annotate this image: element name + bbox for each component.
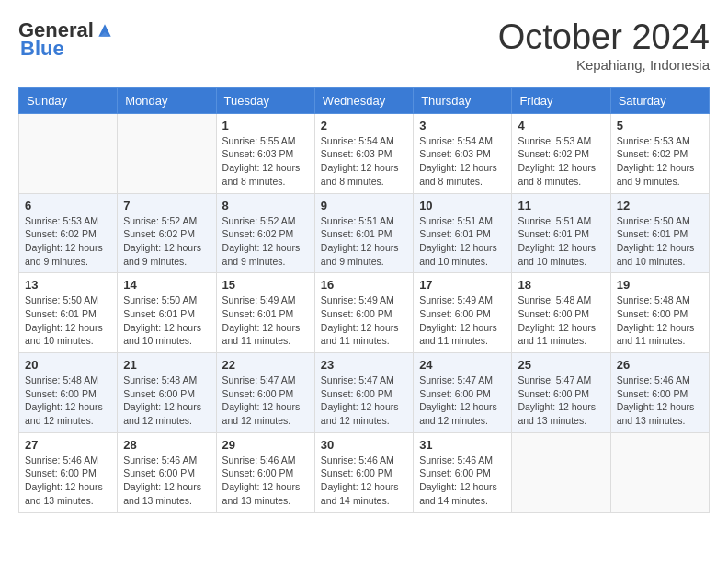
sunrise-text: Sunrise: 5:46 AM <box>25 454 111 467</box>
sunset-text: Sunset: 6:00 PM <box>518 307 604 321</box>
daylight-text: Daylight: 12 hours and 13 minutes. <box>123 480 210 507</box>
day-info: Sunrise: 5:47 AMSunset: 6:00 PMDaylight:… <box>518 373 604 428</box>
sunset-text: Sunset: 6:02 PM <box>518 147 604 161</box>
daylight-text: Daylight: 12 hours and 10 minutes. <box>25 321 111 348</box>
calendar-cell: 5Sunrise: 5:53 AMSunset: 6:02 PMDaylight… <box>610 113 709 193</box>
sunset-text: Sunset: 6:00 PM <box>617 307 703 321</box>
calendar-cell <box>118 113 216 193</box>
header-friday: Friday <box>512 87 610 113</box>
day-number: 15 <box>222 278 309 292</box>
calendar-cell: 30Sunrise: 5:46 AMSunset: 6:00 PMDayligh… <box>314 432 413 512</box>
sunrise-text: Sunrise: 5:48 AM <box>617 293 703 307</box>
day-info: Sunrise: 5:55 AMSunset: 6:03 PMDaylight:… <box>222 134 309 189</box>
daylight-text: Daylight: 12 hours and 12 minutes. <box>321 400 407 427</box>
calendar-cell: 9Sunrise: 5:51 AMSunset: 6:01 PMDaylight… <box>314 193 413 273</box>
calendar-week-row: 27Sunrise: 5:46 AMSunset: 6:00 PMDayligh… <box>19 432 710 512</box>
sunset-text: Sunset: 6:00 PM <box>419 387 506 401</box>
sunrise-text: Sunrise: 5:47 AM <box>321 373 407 387</box>
day-number: 8 <box>222 199 309 213</box>
day-number: 22 <box>222 358 309 372</box>
sunset-text: Sunset: 6:00 PM <box>321 466 407 480</box>
day-number: 16 <box>321 278 407 292</box>
sunrise-text: Sunrise: 5:46 AM <box>419 454 506 467</box>
sunrise-text: Sunrise: 5:50 AM <box>25 293 111 307</box>
daylight-text: Daylight: 12 hours and 8 minutes. <box>222 161 309 188</box>
day-number: 18 <box>518 278 604 292</box>
day-number: 14 <box>123 278 210 292</box>
sunset-text: Sunset: 6:01 PM <box>518 227 604 241</box>
daylight-text: Daylight: 12 hours and 10 minutes. <box>518 241 604 268</box>
logo-icon <box>96 21 114 40</box>
sunset-text: Sunset: 6:00 PM <box>123 387 210 401</box>
sunset-text: Sunset: 6:00 PM <box>222 387 309 401</box>
calendar-cell: 8Sunrise: 5:52 AMSunset: 6:02 PMDaylight… <box>216 193 314 273</box>
day-number: 26 <box>617 358 703 372</box>
sunset-text: Sunset: 6:02 PM <box>222 227 309 241</box>
daylight-text: Daylight: 12 hours and 9 minutes. <box>222 241 309 268</box>
day-number: 3 <box>419 119 506 132</box>
calendar-cell: 11Sunrise: 5:51 AMSunset: 6:01 PMDayligh… <box>512 193 610 273</box>
sunset-text: Sunset: 6:00 PM <box>419 307 506 321</box>
sunrise-text: Sunrise: 5:47 AM <box>222 373 309 387</box>
logo-blue: Blue <box>20 37 64 61</box>
day-number: 25 <box>518 358 604 372</box>
sunset-text: Sunset: 6:00 PM <box>25 387 111 401</box>
day-info: Sunrise: 5:52 AMSunset: 6:02 PMDaylight:… <box>123 214 210 269</box>
day-info: Sunrise: 5:49 AMSunset: 6:00 PMDaylight:… <box>321 293 407 348</box>
calendar-cell: 21Sunrise: 5:48 AMSunset: 6:00 PMDayligh… <box>118 353 216 433</box>
header-saturday: Saturday <box>610 87 709 113</box>
sunrise-text: Sunrise: 5:48 AM <box>25 373 111 387</box>
sunrise-text: Sunrise: 5:52 AM <box>222 214 309 228</box>
daylight-text: Daylight: 12 hours and 8 minutes. <box>419 161 506 188</box>
location: Kepahiang, Indonesia <box>498 57 710 73</box>
calendar-cell: 7Sunrise: 5:52 AMSunset: 6:02 PMDaylight… <box>118 193 216 273</box>
sunrise-text: Sunrise: 5:46 AM <box>321 454 407 467</box>
sunset-text: Sunset: 6:00 PM <box>321 387 407 401</box>
calendar-cell: 13Sunrise: 5:50 AMSunset: 6:01 PMDayligh… <box>19 273 118 353</box>
calendar-cell: 16Sunrise: 5:49 AMSunset: 6:00 PMDayligh… <box>314 273 413 353</box>
sunset-text: Sunset: 6:02 PM <box>123 227 210 241</box>
calendar-cell: 19Sunrise: 5:48 AMSunset: 6:00 PMDayligh… <box>610 273 709 353</box>
day-info: Sunrise: 5:47 AMSunset: 6:00 PMDaylight:… <box>222 373 309 428</box>
calendar-cell: 29Sunrise: 5:46 AMSunset: 6:00 PMDayligh… <box>216 432 314 512</box>
header-tuesday: Tuesday <box>216 87 314 113</box>
day-info: Sunrise: 5:48 AMSunset: 6:00 PMDaylight:… <box>617 293 703 348</box>
calendar-cell: 14Sunrise: 5:50 AMSunset: 6:01 PMDayligh… <box>118 273 216 353</box>
sunrise-text: Sunrise: 5:48 AM <box>518 293 604 307</box>
sunset-text: Sunset: 6:00 PM <box>123 466 210 480</box>
sunset-text: Sunset: 6:00 PM <box>419 466 506 480</box>
sunset-text: Sunset: 6:01 PM <box>25 307 111 321</box>
daylight-text: Daylight: 12 hours and 10 minutes. <box>419 241 506 268</box>
calendar-cell: 24Sunrise: 5:47 AMSunset: 6:00 PMDayligh… <box>414 353 512 433</box>
daylight-text: Daylight: 12 hours and 11 minutes. <box>518 321 604 348</box>
sunrise-text: Sunrise: 5:52 AM <box>123 214 210 228</box>
day-info: Sunrise: 5:47 AMSunset: 6:00 PMDaylight:… <box>419 373 506 428</box>
day-info: Sunrise: 5:48 AMSunset: 6:00 PMDaylight:… <box>25 373 111 428</box>
sunset-text: Sunset: 6:01 PM <box>123 307 210 321</box>
sunrise-text: Sunrise: 5:51 AM <box>518 214 604 228</box>
daylight-text: Daylight: 12 hours and 12 minutes. <box>25 400 111 427</box>
calendar-cell: 12Sunrise: 5:50 AMSunset: 6:01 PMDayligh… <box>610 193 709 273</box>
day-number: 20 <box>25 358 111 372</box>
day-info: Sunrise: 5:54 AMSunset: 6:03 PMDaylight:… <box>419 134 506 189</box>
day-number: 21 <box>123 358 210 372</box>
day-info: Sunrise: 5:53 AMSunset: 6:02 PMDaylight:… <box>617 134 703 189</box>
logo: General Blue <box>18 18 114 61</box>
calendar-cell: 17Sunrise: 5:49 AMSunset: 6:00 PMDayligh… <box>414 273 512 353</box>
sunset-text: Sunset: 6:03 PM <box>419 147 506 161</box>
day-number: 7 <box>123 199 210 213</box>
day-info: Sunrise: 5:46 AMSunset: 6:00 PMDaylight:… <box>222 454 309 508</box>
daylight-text: Daylight: 12 hours and 13 minutes. <box>25 480 111 507</box>
day-number: 9 <box>321 199 407 213</box>
daylight-text: Daylight: 12 hours and 14 minutes. <box>419 480 506 507</box>
header-sunday: Sunday <box>19 87 118 113</box>
sunset-text: Sunset: 6:02 PM <box>617 147 703 161</box>
calendar-cell: 28Sunrise: 5:46 AMSunset: 6:00 PMDayligh… <box>118 432 216 512</box>
sunrise-text: Sunrise: 5:47 AM <box>518 373 604 387</box>
sunset-text: Sunset: 6:00 PM <box>321 307 407 321</box>
daylight-text: Daylight: 12 hours and 12 minutes. <box>123 400 210 427</box>
day-number: 4 <box>518 119 604 132</box>
daylight-text: Daylight: 12 hours and 13 minutes. <box>222 480 309 507</box>
calendar-cell: 10Sunrise: 5:51 AMSunset: 6:01 PMDayligh… <box>414 193 512 273</box>
header-monday: Monday <box>118 87 216 113</box>
